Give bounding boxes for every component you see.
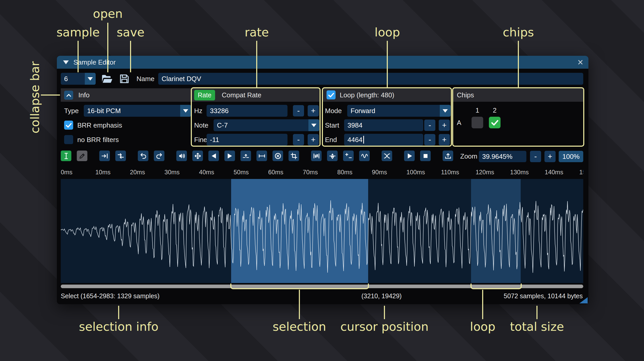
loop-enable-checkbox[interactable]	[327, 90, 336, 99]
no-brr-filters-label: no BRR filters	[77, 136, 119, 144]
sample-number: 6	[61, 73, 85, 85]
chip-column-1: 1	[472, 106, 483, 114]
note-dropdown[interactable]: C-7	[214, 119, 319, 131]
chevron-down-icon	[311, 124, 316, 127]
open-folder-icon	[101, 74, 113, 84]
note-row: Note C-7	[192, 119, 319, 131]
delete-icon	[274, 152, 282, 160]
floppy-disk-icon	[119, 73, 130, 84]
fade-in-button[interactable]	[208, 151, 219, 161]
name-label: Name	[137, 75, 154, 83]
annotation-line-cursor	[384, 306, 385, 319]
timeline-tick: 70ms	[303, 169, 318, 176]
invert-button[interactable]	[327, 151, 338, 161]
toolbar-buttons	[61, 151, 453, 161]
mode-dropdown[interactable]: Forward	[347, 105, 451, 117]
rate-section: Rate Compat Rate Hz 33286 - + Note C-7 F…	[192, 88, 319, 146]
annotation-line-selection-info	[118, 306, 119, 319]
resize-button[interactable]	[99, 151, 110, 161]
reverse-button[interactable]	[311, 151, 322, 161]
timeline-tick: 110ms	[441, 169, 459, 176]
resize-grip[interactable]	[579, 297, 588, 303]
brr-emphasis-label: BRR emphasis	[77, 121, 122, 129]
scrollbar-thumb[interactable]	[61, 285, 583, 288]
loop-start-plus-button[interactable]: +	[439, 120, 450, 131]
timeline-tick: 140ms	[545, 169, 563, 176]
rate-badge: Rate	[194, 90, 215, 100]
redo-button[interactable]	[154, 151, 164, 161]
loop-title: Loop (length: 480)	[340, 91, 394, 99]
resample-icon	[117, 152, 125, 160]
collapse-bar-button[interactable]	[64, 91, 73, 100]
text-cursor	[363, 136, 364, 144]
sample-dropdown-button[interactable]	[85, 73, 96, 85]
loop-end-input[interactable]: 4464	[344, 134, 423, 146]
close-icon[interactable]: ×	[578, 56, 583, 68]
fine-plus-button[interactable]: +	[308, 134, 319, 145]
save-button[interactable]	[119, 73, 130, 85]
window-titlebar[interactable]: Sample Editor ×	[57, 56, 588, 69]
filter-icon	[361, 152, 368, 160]
mode-dropdown-button[interactable]	[440, 105, 451, 117]
loop-end-minus-button[interactable]: -	[424, 134, 435, 145]
fine-input[interactable]: -11	[207, 134, 287, 146]
chip-1-checkbox[interactable]	[472, 117, 483, 128]
note-dropdown-button[interactable]	[308, 119, 319, 131]
brr-emphasis-checkbox[interactable]	[64, 121, 73, 130]
mode-row: Mode Forward	[323, 105, 451, 117]
fade-out-button[interactable]	[224, 151, 235, 161]
loop-start-minus-button[interactable]: -	[424, 120, 435, 131]
loop-end-value: 4464	[347, 136, 362, 144]
insert-silence-button[interactable]	[240, 151, 251, 161]
loop-start-input[interactable]: 3984	[344, 119, 423, 131]
type-dropdown-button[interactable]	[180, 105, 191, 117]
undo-button[interactable]	[138, 151, 148, 161]
trim-button[interactable]	[289, 151, 299, 161]
hz-minus-button[interactable]: -	[293, 105, 304, 116]
zoom-reset-button[interactable]: 100%	[559, 151, 583, 162]
sign-button[interactable]	[343, 151, 354, 161]
amplify-button[interactable]	[176, 151, 187, 161]
normalize-button[interactable]	[192, 151, 203, 161]
name-input[interactable]: Clarinet DQV	[158, 73, 583, 85]
stop-icon	[422, 152, 429, 160]
apply-silence-button[interactable]	[256, 151, 267, 161]
select-button[interactable]	[61, 151, 71, 161]
fine-minus-button[interactable]: -	[293, 134, 304, 145]
type-dropdown[interactable]: 16-bit PCM	[84, 105, 191, 117]
window-collapse-icon[interactable]	[63, 60, 69, 64]
resample-button[interactable]	[115, 151, 126, 161]
create-wave-button[interactable]	[443, 151, 453, 161]
no-brr-filters-checkbox[interactable]	[64, 135, 73, 144]
zoom-input[interactable]: 39.9645%	[479, 151, 526, 162]
info-title: Info	[78, 91, 89, 99]
screenshot-stage: Sample Editor × 6 Name Clarinet DQV	[0, 0, 644, 361]
fade-in-icon	[210, 152, 218, 160]
delete-button[interactable]	[272, 151, 283, 161]
draw-button[interactable]	[77, 151, 87, 161]
zoom-minus-button[interactable]: -	[530, 151, 541, 162]
annotation-chips: chips	[503, 25, 534, 39]
hz-input[interactable]: 33286	[207, 105, 287, 117]
zoom-value: 39.9645%	[482, 153, 512, 161]
chevron-up-icon	[65, 92, 72, 99]
crossfade-button[interactable]	[382, 151, 392, 161]
filter-button[interactable]	[359, 151, 370, 161]
hz-plus-button[interactable]: +	[308, 105, 319, 116]
loop-start-value: 3984	[347, 121, 362, 129]
waveform-scrollbar[interactable]	[61, 285, 583, 288]
check-icon	[65, 122, 72, 129]
open-button[interactable]	[101, 74, 113, 85]
loop-start-row: Start 3984 - +	[323, 119, 451, 131]
timeline-tick: 10ms	[95, 169, 111, 176]
zoom-plus-button[interactable]: +	[544, 151, 556, 162]
timeline-tick: 20ms	[130, 169, 145, 176]
chip-2-checkbox[interactable]	[489, 117, 501, 128]
timeline-tick: 100ms	[406, 169, 425, 176]
stop-button[interactable]	[420, 151, 431, 161]
sample-selector[interactable]: 6	[61, 73, 96, 85]
waveform-view[interactable]	[61, 179, 583, 283]
timeline-ruler[interactable]: 0ms10ms20ms30ms40ms50ms60ms70ms80ms90ms1…	[61, 167, 583, 178]
loop-end-plus-button[interactable]: +	[439, 134, 450, 145]
preview-button[interactable]	[404, 151, 415, 161]
